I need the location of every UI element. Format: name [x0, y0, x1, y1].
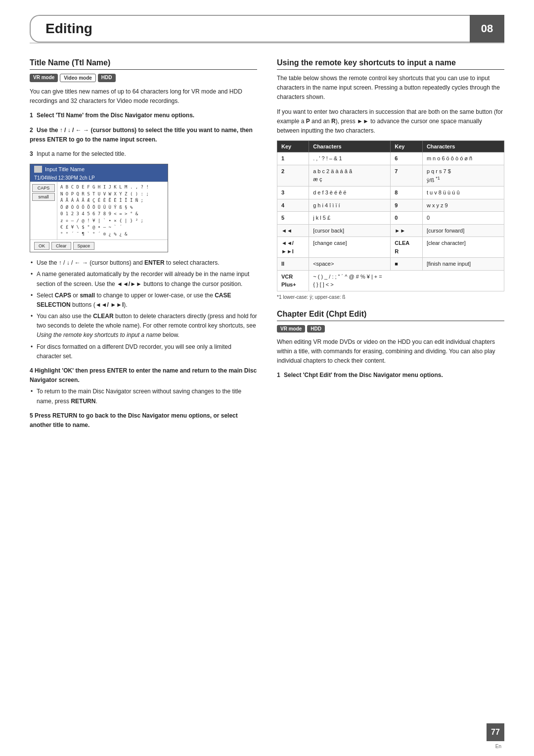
th-chars1: Characters: [309, 141, 391, 152]
chapter-badge-vr: VR mode: [277, 325, 305, 332]
chapter-step1: 1 Select 'Chpt Edit' from the Disc Navig…: [277, 371, 504, 380]
chars-prev-next: [change case]: [309, 237, 391, 258]
char-row-4: Ö Ø Ò Ó Ô Õ Ö Ü Û Ù Ý ß § %: [60, 204, 165, 211]
section1-title: Title Name (Ttl Name): [30, 58, 257, 70]
chars-6: m n o 6 ö ô ò ó ø ñ: [422, 152, 504, 165]
key-ffw: ►►: [391, 224, 423, 237]
bullet-2: A name generated automatically by the re…: [30, 270, 257, 288]
chars-ffw: [cursor forward]: [422, 224, 504, 237]
key-3: 3: [277, 187, 309, 199]
chars-stop: [finish name input]: [422, 258, 504, 271]
badge-vr-mode: VR mode: [30, 74, 58, 82]
key-2: 2: [277, 165, 309, 187]
page-number: 77: [487, 723, 504, 741]
chars-2: a b c 2 ä à á â ãæ ç: [309, 165, 391, 187]
table-row: 5 j k l 5 £ 0 0: [277, 212, 504, 225]
step4-num: 4: [30, 367, 33, 374]
key-prev-next: ◄◄/►►I: [277, 237, 309, 258]
key-6: 6: [391, 152, 423, 165]
step3-text: Input a name for the selected title.: [37, 150, 126, 157]
chapter-intro: When editing VR mode DVDs or video on th…: [277, 337, 504, 366]
small-button[interactable]: small: [32, 193, 55, 201]
table-row: II <space> ■ [finish name input]: [277, 258, 504, 271]
page-wrapper: Editing 08 Title Name (Ttl Name) VR mode…: [0, 0, 534, 756]
key-stop: ■: [391, 258, 423, 271]
th-key2: Key: [391, 141, 423, 152]
chapter-section-title: Chapter Edit (Chpt Edit): [277, 310, 504, 321]
bullet-1: Use the ↑ / ↓ / ← → (cursor buttons) and…: [30, 258, 257, 268]
table-row: 3 d e f 3 è é ê ë 8 t u v 8 ü ù ú û: [277, 187, 504, 199]
bullets-list: Use the ↑ / ↓ / ← → (cursor buttons) and…: [30, 258, 257, 361]
screen-mockup: Input Title Name T1/04Wed 12:30PM 2ch LP…: [30, 164, 168, 252]
chars-pause: <space>: [309, 258, 391, 271]
chars-clear: [clear character]: [422, 237, 504, 258]
character-table: Key Characters Key Characters 1 . , ' ? …: [277, 141, 504, 291]
clear-button[interactable]: Clear: [51, 242, 71, 250]
page-lang: En: [495, 744, 501, 749]
key-pause: II: [277, 258, 309, 271]
screen-chars: A B C D E F G H I J K L M . , ? ! N O P …: [57, 182, 168, 239]
chars-rew: [cursor back]: [309, 224, 391, 237]
ok-button[interactable]: OK: [34, 242, 49, 250]
main-columns: Title Name (Ttl Name) VR mode Video mode…: [30, 58, 504, 435]
screen-sidebar: CAPS small: [30, 182, 57, 239]
right-column: Using the remote key shortcuts to input …: [277, 58, 504, 435]
step2: 2 Use the ↑ / ↓ / ← → (cursor buttons) t…: [30, 126, 257, 144]
char-row-2: N O P Q R S T U V W X Y Z ( ) : ;: [60, 191, 165, 198]
chars-5: j k l 5 £: [309, 212, 391, 225]
remote-section-title: Using the remote key shortcuts to input …: [277, 58, 504, 70]
step5-num: 5: [30, 412, 33, 419]
step2-text: Use the ↑ / ↓ / ← → (cursor buttons) to …: [30, 127, 253, 143]
key-rew: ◄◄: [277, 224, 309, 237]
table-row: ◄◄ [cursor back] ►► [cursor forward]: [277, 224, 504, 237]
screen-title-bar: Input Title Name: [30, 164, 168, 174]
badge-hdd: HDD: [98, 74, 116, 82]
char-row-8: ° ° ´ ¨ ¶ ` ° ´ ® ¿ % ¿ &: [60, 231, 165, 238]
section1-badges: VR mode Video mode HDD: [30, 74, 257, 82]
key-7: 7: [391, 165, 423, 187]
chars-vcrplus: ~ ( ) _ / : ; " ´ ^ @ # % ¥ | + ={ } [ ]…: [309, 270, 504, 291]
section1-intro: You can give titles new names of up to 6…: [30, 87, 257, 106]
chars-4: g h i 4 î ì ï í: [309, 199, 391, 212]
step4: 4 Highlight 'OK' then press ENTER to ent…: [30, 366, 257, 406]
caps-button[interactable]: CAPS: [32, 184, 55, 192]
chars-8: t u v 8 ü ù ú û: [422, 187, 504, 199]
table-row: 1 . , ' ? ! – & 1 6 m n o 6 ö ô ò ó ø ñ: [277, 152, 504, 165]
chapter-step1-text: Select 'Chpt Edit' from the Disc Navigat…: [284, 372, 443, 378]
header-title-box: Editing: [30, 15, 470, 43]
char-row-7: € £ ¥ \ $ ° @ • — ~ ` ´: [60, 224, 165, 231]
step4-text: Highlight 'OK' then press ENTER to enter…: [30, 367, 257, 383]
chapter-section: Chapter Edit (Chpt Edit) VR mode HDD Whe…: [277, 310, 504, 380]
badge-video-mode: Video mode: [60, 74, 96, 82]
key-clear: CLEAR: [391, 237, 423, 258]
bullet-3: Select CAPS or small to change to upper …: [30, 291, 257, 310]
screen-footer: OK Clear Space: [30, 239, 168, 252]
key-4: 4: [277, 199, 309, 212]
table-row: ◄◄/►►I [change case] CLEAR [clear charac…: [277, 237, 504, 258]
step4-sub-item: To return to the main Disc Navigator scr…: [30, 387, 257, 406]
footnote: *1 lower-case: ÿ; upper-case: ß: [277, 294, 504, 300]
table-row: 4 g h i 4 î ì ï í 9 w x y z 9: [277, 199, 504, 212]
remote-intro1: The table below shows the remote control…: [277, 74, 504, 102]
chars-7: p q r s 7 $ÿ/ß *1: [422, 165, 504, 187]
chars-1: . , ' ? ! – & 1: [309, 152, 391, 165]
chapter-number: 08: [470, 15, 504, 43]
space-button[interactable]: Space: [73, 242, 95, 250]
char-row-3: Ä Å Á À Â Æ Ç É È Ê Ë Ì Î Ï Ñ ;: [60, 197, 165, 204]
char-row-6: z ÷ – / @ ! ¥ | ` • × { | } ² ;: [60, 218, 165, 225]
key-0: 0: [391, 212, 423, 225]
th-key1: Key: [277, 141, 309, 152]
key-5: 5: [277, 212, 309, 225]
left-column: Title Name (Ttl Name) VR mode Video mode…: [30, 58, 257, 435]
table-row: VCRPlus+ ~ ( ) _ / : ; " ´ ^ @ # % ¥ | +…: [277, 270, 504, 291]
screen-body: CAPS small A B C D E F G H I J K L M . ,…: [30, 182, 168, 239]
screen-info-bar: T1/04Wed 12:30PM 2ch LP: [30, 174, 168, 182]
chapter-badge-hdd: HDD: [307, 325, 325, 332]
key-1: 1: [277, 152, 309, 165]
bullet-4: You can also use the CLEAR button to del…: [30, 312, 257, 340]
bullet-5: For discs formatted on a different DVD r…: [30, 342, 257, 361]
screen-title-text: Input Title Name: [45, 166, 85, 172]
table-row: 2 a b c 2 ä à á â ãæ ç 7 p q r s 7 $ÿ/ß …: [277, 165, 504, 187]
step1: 1 Select 'Ttl Name' from the Disc Naviga…: [30, 111, 257, 120]
chars-3: d e f 3 è é ê ë: [309, 187, 391, 199]
